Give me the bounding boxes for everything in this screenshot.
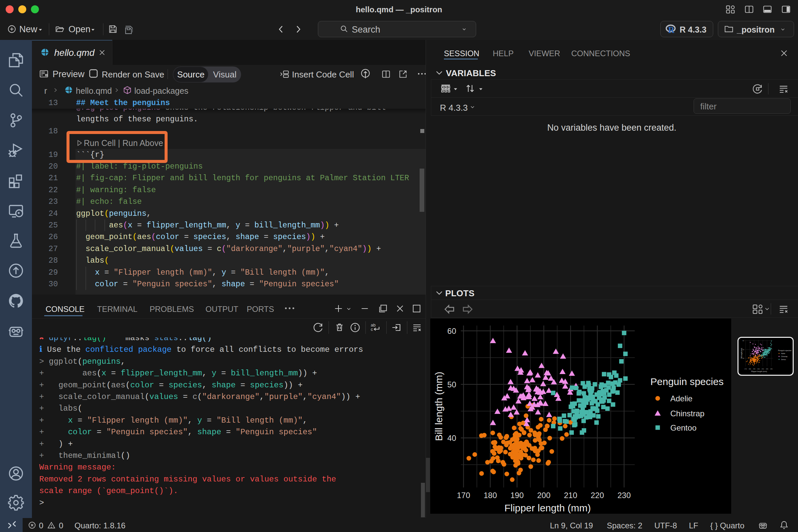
svg-text:Flipper length (mm): Flipper length (mm) (505, 502, 591, 513)
svg-text:Chinstrap: Chinstrap (781, 356, 788, 358)
svg-text:220: 220 (766, 368, 768, 370)
svg-text:200: 200 (537, 491, 550, 500)
svg-text:Bill length (mm): Bill length (mm) (433, 372, 444, 441)
svg-text:60: 60 (742, 340, 744, 341)
svg-text:210: 210 (564, 491, 577, 500)
svg-text:Penguin species: Penguin species (650, 376, 723, 387)
svg-text:Flipper length (mm): Flipper length (mm) (751, 370, 767, 373)
svg-text:200: 200 (757, 368, 760, 370)
svg-text:Chinstrap: Chinstrap (670, 409, 705, 418)
svg-text:230: 230 (770, 368, 773, 370)
svg-text:230: 230 (618, 491, 631, 500)
svg-text:220: 220 (590, 491, 604, 500)
svg-text:Adelie: Adelie (781, 353, 785, 355)
svg-text:60: 60 (447, 326, 456, 336)
svg-text:R: R (668, 25, 674, 35)
svg-text:40: 40 (742, 358, 744, 359)
svg-text:190: 190 (753, 368, 756, 370)
svg-text:180: 180 (749, 368, 752, 370)
svg-text:c: c (371, 327, 373, 332)
svg-text:210: 210 (762, 368, 764, 370)
svg-text:Gentoo: Gentoo (781, 359, 786, 360)
svg-text:50: 50 (447, 380, 456, 389)
svg-text:40: 40 (447, 434, 456, 442)
svg-text:170: 170 (457, 491, 470, 500)
svg-text:Adelie: Adelie (670, 394, 692, 403)
svg-text:50: 50 (742, 349, 744, 350)
svg-text:170: 170 (744, 368, 747, 370)
svg-text:190: 190 (510, 491, 524, 500)
svg-text:Gentoo: Gentoo (670, 423, 697, 432)
svg-text:Bill length (mm): Bill length (mm) (741, 348, 742, 358)
svg-text:180: 180 (483, 491, 497, 500)
svg-text:Penguin species: Penguin species (778, 349, 792, 352)
